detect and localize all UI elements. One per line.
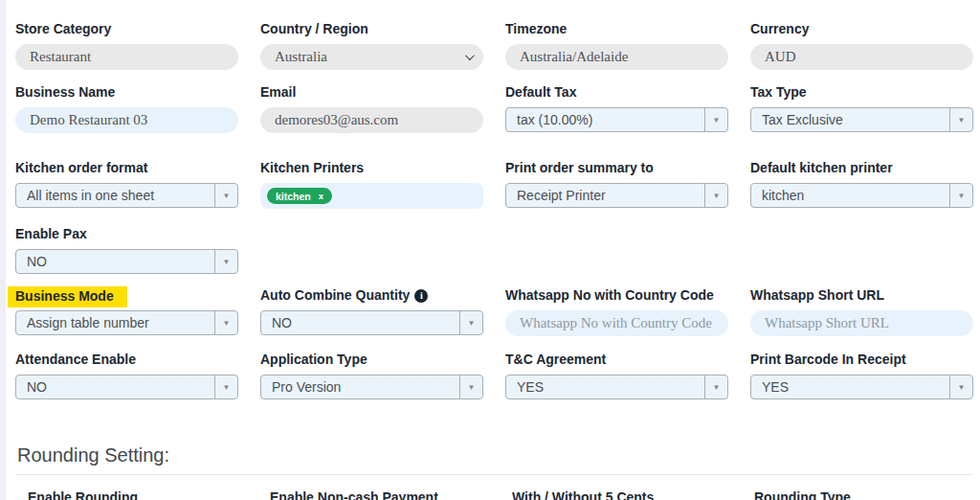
field-kitchen-printers: Kitchen Printers kitchen x xyxy=(260,159,483,209)
auto-combine-quantity-label-row: Auto Combine Quantity i xyxy=(260,286,483,305)
whatsapp-short-url-input[interactable] xyxy=(750,310,973,336)
rounding-type-label: Rounding Type xyxy=(754,489,851,500)
email-label: Email xyxy=(260,83,296,102)
form-row-rounding: Enable Rounding YES ▼ Enable Non-cash Pa… xyxy=(15,489,971,500)
attendance-enable-label: Attendance Enable xyxy=(15,351,136,369)
default-tax-value: tax (10.00%) xyxy=(517,112,592,127)
business-name-input[interactable] xyxy=(15,107,238,133)
field-kitchen-order-format: Kitchen order format All items in one sh… xyxy=(15,159,238,208)
form-row-2: Business Name Email Default Tax tax (10.… xyxy=(15,83,971,133)
section-divider xyxy=(15,474,971,475)
country-region-select[interactable]: Australia xyxy=(260,44,483,70)
application-type-select[interactable]: Pro Version ▼ xyxy=(260,375,483,399)
tc-agreement-select[interactable]: YES ▼ xyxy=(505,375,728,399)
store-settings-page: Store Category Restaurant Country / Regi… xyxy=(0,0,980,500)
dropdown-arrow-icon: ▼ xyxy=(214,375,237,398)
tax-type-select[interactable]: Tax Exclusive ▼ xyxy=(750,107,973,132)
print-order-summary-select[interactable]: Receipt Printer ▼ xyxy=(505,183,728,208)
default-kitchen-printer-value: kitchen xyxy=(762,188,804,203)
field-whatsapp-no: Whatsapp No with Country Code xyxy=(505,286,728,336)
store-category-value: Restaurant xyxy=(15,44,238,70)
field-with-without-5cents: With / Without 5 Cents With 5 Cents ▼ xyxy=(512,489,728,500)
tc-agreement-label: T&C Agreement xyxy=(505,351,606,369)
kitchen-printers-tags-input[interactable]: kitchen x xyxy=(260,183,483,209)
auto-combine-quantity-value: NO xyxy=(272,315,292,330)
country-region-label: Country / Region xyxy=(260,20,368,38)
application-type-value: Pro Version xyxy=(272,379,341,395)
auto-combine-quantity-select[interactable]: NO ▼ xyxy=(260,310,483,335)
field-country-region: Country / Region Australia xyxy=(260,20,483,70)
store-category-label: Store Category xyxy=(15,20,111,38)
print-order-summary-value: Receipt Printer xyxy=(517,188,606,203)
field-business-name: Business Name xyxy=(15,83,238,133)
field-timezone: Timezone Australia/Adelaide xyxy=(505,20,728,70)
field-currency: Currency AUD xyxy=(750,20,973,70)
field-whatsapp-short-url: Whatsapp Short URL xyxy=(750,286,973,336)
tax-type-label: Tax Type xyxy=(750,83,807,102)
application-type-label: Application Type xyxy=(260,351,368,369)
dropdown-arrow-icon: ▼ xyxy=(214,311,237,334)
default-tax-label: Default Tax xyxy=(505,83,576,102)
enable-pax-select[interactable]: NO ▼ xyxy=(15,249,238,274)
field-default-tax: Default Tax tax (10.00%) ▼ xyxy=(505,83,728,132)
currency-label: Currency xyxy=(750,20,809,38)
default-kitchen-printer-select[interactable]: kitchen ▼ xyxy=(750,183,973,208)
noncash-rounding-label: Enable Non-cash Payment Rounding xyxy=(270,489,486,500)
kitchen-printer-tag: kitchen x xyxy=(267,188,332,204)
kitchen-order-format-value: All items in one sheet xyxy=(27,188,154,203)
attendance-enable-value: NO xyxy=(27,379,47,395)
form-row-1: Store Category Restaurant Country / Regi… xyxy=(15,20,971,70)
kitchen-order-format-label: Kitchen order format xyxy=(15,159,147,177)
enable-rounding-label: Enable Rounding xyxy=(28,489,138,500)
dropdown-arrow-icon: ▼ xyxy=(214,250,237,273)
whatsapp-no-input[interactable] xyxy=(505,310,728,336)
field-attendance-enable: Attendance Enable NO ▼ xyxy=(15,351,238,399)
field-email: Email xyxy=(260,83,483,133)
field-tc-agreement: T&C Agreement YES ▼ xyxy=(505,351,728,399)
field-default-kitchen-printer: Default kitchen printer kitchen ▼ xyxy=(750,159,973,208)
tax-type-value: Tax Exclusive xyxy=(762,112,843,127)
timezone-label: Timezone xyxy=(505,20,567,38)
dropdown-arrow-icon: ▼ xyxy=(704,184,727,207)
dropdown-arrow-icon: ▼ xyxy=(459,375,482,398)
dropdown-arrow-icon: ▼ xyxy=(949,184,972,207)
kitchen-printers-label: Kitchen Printers xyxy=(260,159,364,177)
business-mode-select[interactable]: Assign table number ▼ xyxy=(15,310,238,335)
field-rounding-type: Rounding Type Normal Rounding ▼ xyxy=(754,489,970,500)
business-mode-value: Assign table number xyxy=(27,315,149,330)
tag-remove-icon[interactable]: x xyxy=(319,191,323,201)
settings-form: Store Category Restaurant Country / Regi… xyxy=(0,0,980,500)
field-tax-type: Tax Type Tax Exclusive ▼ xyxy=(750,83,973,132)
email-input xyxy=(260,107,483,133)
dropdown-arrow-icon: ▼ xyxy=(704,108,727,131)
field-store-category: Store Category Restaurant xyxy=(15,20,238,70)
dropdown-arrow-icon: ▼ xyxy=(949,108,972,131)
business-name-label: Business Name xyxy=(15,83,115,102)
with-without-5cents-label: With / Without 5 Cents xyxy=(512,489,654,500)
dropdown-arrow-icon: ▼ xyxy=(459,311,482,334)
auto-combine-quantity-label: Auto Combine Quantity xyxy=(260,286,410,305)
print-barcode-select[interactable]: YES ▼ xyxy=(750,375,973,399)
kitchen-order-format-select[interactable]: All items in one sheet ▼ xyxy=(15,183,238,208)
country-region-value: Australia xyxy=(275,49,327,65)
form-row-4: Enable Pax NO ▼ xyxy=(15,225,971,274)
dropdown-arrow-icon: ▼ xyxy=(704,375,727,398)
tag-label: kitchen xyxy=(276,191,311,202)
attendance-enable-select[interactable]: NO ▼ xyxy=(15,375,238,399)
business-mode-label: Business Mode xyxy=(8,286,127,307)
field-print-order-summary: Print order summary to Receipt Printer ▼ xyxy=(505,159,728,208)
print-barcode-label: Print Barcode In Receipt xyxy=(750,351,906,369)
field-business-mode: Business Mode Assign table number ▼ xyxy=(15,286,238,335)
currency-value: AUD xyxy=(750,44,973,70)
field-print-barcode: Print Barcode In Receipt YES ▼ xyxy=(750,351,973,399)
field-auto-combine-quantity: Auto Combine Quantity i NO ▼ xyxy=(260,286,483,335)
form-row-6: Attendance Enable NO ▼ Application Type … xyxy=(15,351,971,399)
dropdown-arrow-icon: ▼ xyxy=(949,375,972,398)
print-order-summary-label: Print order summary to xyxy=(505,159,654,177)
enable-pax-label: Enable Pax xyxy=(15,225,87,243)
tc-agreement-value: YES xyxy=(517,379,544,395)
timezone-value: Australia/Adelaide xyxy=(505,44,728,70)
dropdown-arrow-icon: ▼ xyxy=(214,184,237,207)
default-tax-select[interactable]: tax (10.00%) ▼ xyxy=(505,107,728,132)
form-row-5: Business Mode Assign table number ▼ Auto… xyxy=(15,286,971,336)
